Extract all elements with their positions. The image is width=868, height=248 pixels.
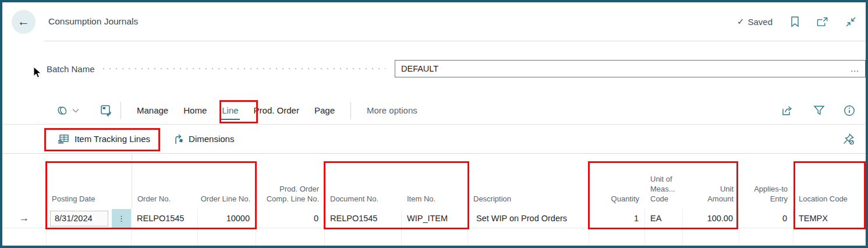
row-selector-cell[interactable]: → <box>2 209 47 228</box>
ribbon-tab-bar: Manage Home Line Prod. Order Page More o… <box>2 97 866 125</box>
quantity-cell[interactable]: 1 <box>589 209 645 228</box>
column-header-item-no[interactable]: Item No. <box>402 154 468 209</box>
journal-lines-table: Posting Date Order No. Order Line No. Pr… <box>2 154 866 246</box>
action-bar-right <box>842 133 866 146</box>
empty-table-row[interactable] <box>2 228 866 246</box>
batch-name-label: Batch Name <box>47 64 95 74</box>
collapse-icon[interactable] <box>845 16 856 27</box>
consumption-journals-page: ← Consumption Journals ✓ Saved Batch Nam… <box>0 0 868 248</box>
column-header-location-code[interactable]: Location Code <box>793 154 866 209</box>
applies-to-entry-cell[interactable]: 0 <box>739 209 793 228</box>
saved-check-icon: ✓ <box>737 16 745 27</box>
tab-prod-order[interactable]: Prod. Order <box>246 105 307 115</box>
document-no-cell[interactable]: RELPO1545 <box>325 209 402 228</box>
top-bar: ← Consumption Journals ✓ Saved <box>2 2 866 41</box>
toolbar-divider <box>121 102 121 119</box>
save-status: ✓ Saved <box>737 16 773 27</box>
location-code-cell[interactable]: TEMPX <box>793 209 866 228</box>
description-cell[interactable]: Set WIP on Prod Orders <box>468 209 589 228</box>
unit-of-measure-code-cell[interactable]: EA <box>645 209 683 228</box>
assist-menu-button[interactable]: ⋮ <box>112 209 131 228</box>
unpin-icon[interactable] <box>842 133 855 146</box>
dimensions-label: Dimensions <box>189 134 234 144</box>
table-header-row: Posting Date Order No. Order Line No. Pr… <box>2 154 866 209</box>
batch-lookup-button[interactable]: ... <box>851 64 859 73</box>
order-line-no-cell[interactable]: 10000 <box>198 209 256 228</box>
open-in-new-window-icon[interactable] <box>817 16 828 27</box>
batch-name-input[interactable]: DEFAULT ... <box>395 60 866 77</box>
active-tab-underline <box>221 119 239 121</box>
tab-page[interactable]: Page <box>307 105 342 115</box>
back-button[interactable]: ← <box>12 10 36 34</box>
item-tracking-icon <box>58 134 69 144</box>
tab-line[interactable]: Line <box>214 105 246 115</box>
chevron-down-icon[interactable] <box>72 108 79 113</box>
vertical-ellipsis-icon: ⋮ <box>118 214 125 223</box>
batch-name-row: Batch Name DEFAULT ... <box>2 56 866 82</box>
back-arrow-icon: ← <box>17 15 30 29</box>
item-tracking-lines-label: Item Tracking Lines <box>75 134 150 144</box>
column-header-selector <box>2 154 47 209</box>
filter-icon[interactable] <box>813 105 825 116</box>
prod-order-comp-line-no-cell[interactable]: 0 <box>256 209 325 228</box>
dimensions-button[interactable]: Dimensions <box>173 134 234 144</box>
column-header-unit-amount[interactable]: Unit Amount <box>683 154 739 209</box>
more-options-button[interactable]: More options <box>359 105 425 115</box>
page-title: Consumption Journals <box>48 16 138 27</box>
top-bar-right: ✓ Saved <box>737 16 856 27</box>
toolbar-divider <box>350 102 351 119</box>
column-header-order-line-no[interactable]: Order Line No. <box>198 154 256 209</box>
item-no-cell[interactable]: WIP_ITEM <box>402 209 468 228</box>
line-action-bar: Item Tracking Lines Dimensions <box>2 125 866 154</box>
batch-name-value: DEFAULT <box>401 64 438 73</box>
ribbon-right-icons <box>782 105 866 116</box>
row-selector-arrow-icon: → <box>19 212 29 224</box>
saved-label: Saved <box>747 17 773 27</box>
posting-date-cell: 8/31/2024 ⋮ <box>47 209 132 228</box>
journal-batches-icon[interactable] <box>56 104 69 117</box>
focus-mode-icon[interactable] <box>100 104 112 116</box>
tab-manage[interactable]: Manage <box>129 105 176 115</box>
column-header-prod-order-comp-line-no[interactable]: Prod. Order Comp. Line No. <box>256 154 325 209</box>
column-header-order-no[interactable]: Order No. <box>132 154 198 209</box>
tab-home[interactable]: Home <box>176 105 214 115</box>
info-icon[interactable] <box>844 105 855 116</box>
dotted-leader <box>103 68 385 69</box>
item-tracking-lines-button[interactable]: Item Tracking Lines <box>58 134 150 144</box>
bookmark-icon[interactable] <box>789 16 800 27</box>
share-icon[interactable] <box>782 105 795 116</box>
column-header-unit-of-measure-code[interactable]: Unit of Meas... Code <box>645 154 683 209</box>
unit-amount-cell[interactable]: 100.00 <box>683 209 739 228</box>
column-header-posting-date[interactable]: Posting Date <box>47 154 132 209</box>
column-header-document-no[interactable]: Document No. <box>325 154 402 209</box>
title-divider <box>44 41 866 41</box>
table-row: → 8/31/2024 ⋮ RELPO1545 10000 0 RELPO154… <box>2 209 866 228</box>
posting-date-input[interactable]: 8/31/2024 <box>50 211 108 226</box>
column-header-description[interactable]: Description <box>468 154 589 209</box>
column-header-quantity[interactable]: Quantity <box>589 154 645 209</box>
order-no-cell[interactable]: RELPO1545 <box>132 209 198 228</box>
column-header-applies-to-entry[interactable]: Applies-to Entry <box>739 154 793 209</box>
dimensions-icon <box>173 134 183 144</box>
